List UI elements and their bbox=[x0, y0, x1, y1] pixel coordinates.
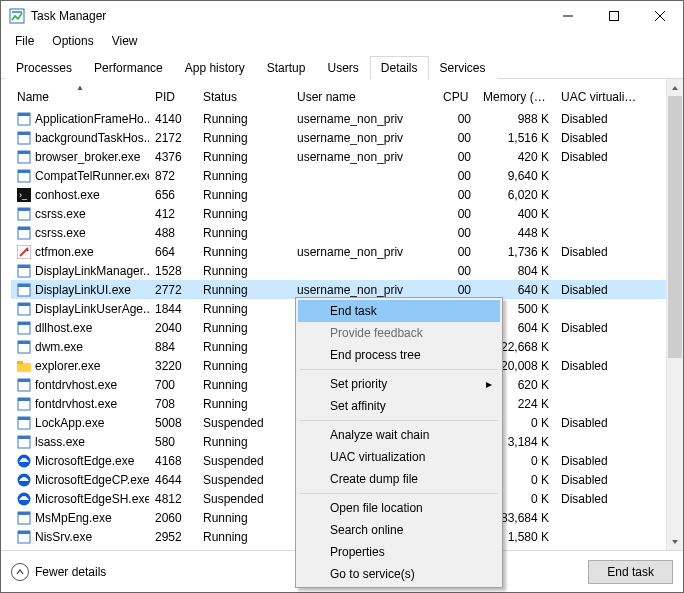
process-status: Running bbox=[197, 378, 291, 392]
menu-options[interactable]: Options bbox=[44, 32, 101, 50]
process-name: ctfmon.exe bbox=[35, 245, 94, 259]
table-row[interactable]: browser_broker.exe4376Runningusername_no… bbox=[11, 147, 666, 166]
context-menu-end-process-tree[interactable]: End process tree bbox=[298, 344, 500, 366]
table-row[interactable]: csrss.exe412Running00400 K bbox=[11, 204, 666, 223]
process-pid: 2172 bbox=[149, 131, 197, 145]
svg-rect-9 bbox=[18, 132, 30, 135]
table-row[interactable]: ctfmon.exe664Runningusername_non_priv001… bbox=[11, 242, 666, 261]
process-status: Running bbox=[197, 435, 291, 449]
column-header-name[interactable]: ▲Name bbox=[11, 86, 149, 108]
vertical-scrollbar[interactable] bbox=[666, 79, 683, 550]
process-pid: 700 bbox=[149, 378, 197, 392]
context-menu-uac-virtualization[interactable]: UAC virtualization bbox=[298, 446, 500, 468]
tab-startup[interactable]: Startup bbox=[256, 56, 317, 79]
table-row[interactable]: CompatTelRunner.exe872Running009,640 K bbox=[11, 166, 666, 185]
process-user: username_non_priv bbox=[291, 112, 437, 126]
menu-file[interactable]: File bbox=[7, 32, 42, 50]
process-status: Running bbox=[197, 359, 291, 373]
svg-rect-38 bbox=[18, 417, 30, 420]
menu-view[interactable]: View bbox=[104, 32, 146, 50]
process-memory: 9,640 K bbox=[477, 169, 555, 183]
table-row[interactable]: csrss.exe488Running00448 K bbox=[11, 223, 666, 242]
process-uac: Disabled bbox=[555, 150, 647, 164]
table-row[interactable]: DisplayLinkManager....1528Running00804 K bbox=[11, 261, 666, 280]
context-menu-create-dump-file[interactable]: Create dump file bbox=[298, 468, 500, 490]
context-menu-analyze-wait-chain[interactable]: Analyze wait chain bbox=[298, 424, 500, 446]
process-icon bbox=[17, 378, 31, 392]
minimize-button[interactable] bbox=[545, 1, 591, 31]
table-row[interactable]: ApplicationFrameHo...4140Runningusername… bbox=[11, 109, 666, 128]
process-status: Running bbox=[197, 302, 291, 316]
title-bar[interactable]: Task Manager bbox=[1, 1, 683, 31]
column-header-cpu[interactable]: CPU bbox=[437, 86, 477, 108]
tab-users[interactable]: Users bbox=[316, 56, 369, 79]
process-name: ApplicationFrameHo... bbox=[35, 112, 149, 126]
process-pid: 1528 bbox=[149, 264, 197, 278]
context-menu-end-task[interactable]: End task bbox=[298, 300, 500, 322]
table-row[interactable]: backgroundTaskHos...2172Runningusername_… bbox=[11, 128, 666, 147]
process-icon bbox=[17, 530, 31, 544]
column-header-memory[interactable]: Memory (a... bbox=[477, 86, 555, 108]
process-uac: Disabled bbox=[555, 321, 647, 335]
svg-rect-13 bbox=[18, 170, 30, 173]
context-menu-set-affinity[interactable]: Set affinity bbox=[298, 395, 500, 417]
svg-rect-30 bbox=[18, 341, 30, 344]
context-menu-set-priority[interactable]: Set priority▸ bbox=[298, 373, 500, 395]
svg-rect-26 bbox=[18, 303, 30, 306]
context-menu-open-file-location[interactable]: Open file location bbox=[298, 497, 500, 519]
svg-rect-34 bbox=[18, 379, 30, 382]
process-cpu: 00 bbox=[437, 188, 477, 202]
context-menu-go-to-service-s-[interactable]: Go to service(s) bbox=[298, 563, 500, 585]
scroll-up-button[interactable] bbox=[667, 79, 683, 96]
scroll-down-button[interactable] bbox=[667, 533, 683, 550]
app-icon bbox=[9, 8, 25, 24]
process-status: Suspended bbox=[197, 416, 291, 430]
context-menu-properties[interactable]: Properties bbox=[298, 541, 500, 563]
tab-performance[interactable]: Performance bbox=[83, 56, 174, 79]
process-icon bbox=[17, 321, 31, 335]
tab-strip: ProcessesPerformanceApp historyStartupUs… bbox=[1, 53, 683, 79]
scroll-thumb[interactable] bbox=[668, 96, 682, 358]
process-name: CompatTelRunner.exe bbox=[35, 169, 149, 183]
column-header-pid[interactable]: PID bbox=[149, 86, 197, 108]
tab-services[interactable]: Services bbox=[429, 56, 497, 79]
context-menu-search-online[interactable]: Search online bbox=[298, 519, 500, 541]
context-menu: End taskProvide feedbackEnd process tree… bbox=[295, 297, 503, 588]
tab-processes[interactable]: Processes bbox=[5, 56, 83, 79]
process-status: Suspended bbox=[197, 492, 291, 506]
column-header-uac[interactable]: UAC virtualizat... bbox=[555, 86, 647, 108]
process-name: MicrosoftEdgeSH.exe bbox=[35, 492, 149, 506]
fewer-details-button[interactable]: Fewer details bbox=[11, 563, 106, 581]
process-cpu: 00 bbox=[437, 131, 477, 145]
process-pid: 5008 bbox=[149, 416, 197, 430]
close-button[interactable] bbox=[637, 1, 683, 31]
process-uac: Disabled bbox=[555, 492, 647, 506]
process-name: DisplayLinkManager.... bbox=[35, 264, 149, 278]
scroll-track[interactable] bbox=[667, 96, 683, 533]
process-pid: 884 bbox=[149, 340, 197, 354]
process-name: backgroundTaskHos... bbox=[35, 131, 149, 145]
process-status: Running bbox=[197, 245, 291, 259]
process-uac: Disabled bbox=[555, 416, 647, 430]
process-pid: 872 bbox=[149, 169, 197, 183]
svg-rect-28 bbox=[18, 322, 30, 325]
process-name: NisSrv.exe bbox=[35, 530, 92, 544]
process-memory: 640 K bbox=[477, 283, 555, 297]
end-task-button[interactable]: End task bbox=[588, 560, 673, 584]
process-name: DisplayLinkUI.exe bbox=[35, 283, 131, 297]
tab-app-history[interactable]: App history bbox=[174, 56, 256, 79]
process-icon bbox=[17, 435, 31, 449]
process-uac: Disabled bbox=[555, 283, 647, 297]
svg-rect-45 bbox=[18, 512, 30, 515]
process-cpu: 00 bbox=[437, 169, 477, 183]
column-headers: ▲Name PID Status User name CPU Memory (a… bbox=[9, 85, 666, 109]
process-status: Running bbox=[197, 131, 291, 145]
column-header-status[interactable]: Status bbox=[197, 86, 291, 108]
table-row[interactable]: ›_conhost.exe656Running006,020 K bbox=[11, 185, 666, 204]
process-pid: 1844 bbox=[149, 302, 197, 316]
process-name: MicrosoftEdgeCP.exe bbox=[35, 473, 149, 487]
maximize-button[interactable] bbox=[591, 1, 637, 31]
tab-details[interactable]: Details bbox=[370, 56, 429, 79]
column-header-user[interactable]: User name bbox=[291, 86, 437, 108]
process-name: dllhost.exe bbox=[35, 321, 92, 335]
